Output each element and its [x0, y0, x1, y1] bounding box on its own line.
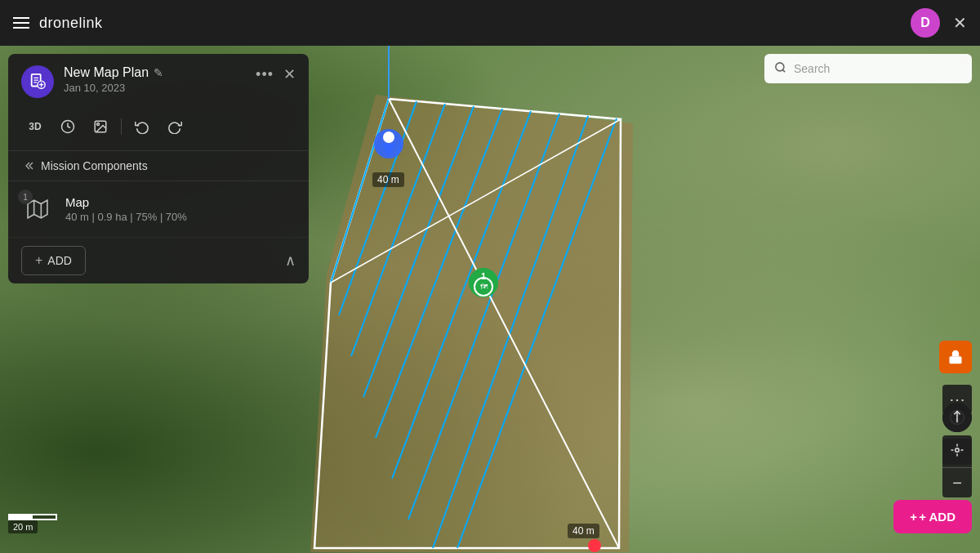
mission-components-label: Mission Components	[41, 159, 148, 172]
add-label: ADD	[47, 254, 72, 267]
toolbar-3d-button[interactable]: 3D	[21, 113, 49, 140]
bottom-add-plus: +	[910, 510, 917, 524]
svg-point-31	[97, 123, 100, 126]
avatar[interactable]: D	[911, 8, 940, 38]
toolbar-undo-button[interactable]	[128, 113, 156, 140]
component-details: 40 m | 0.9 ha | 75% | 70%	[65, 211, 296, 223]
component-name: Map	[65, 195, 296, 209]
location-button[interactable]	[942, 435, 972, 465]
component-number: 1	[18, 190, 33, 204]
panel-close-button[interactable]: ✕	[283, 65, 296, 83]
map-component-row[interactable]: 1 Map 40 m | 0.9 ha | 75% | 70%	[8, 181, 309, 238]
altitude-label-bottom: 40 m	[568, 524, 599, 538]
svg-marker-0	[310, 95, 633, 552]
north-button[interactable]	[942, 403, 972, 432]
expand-icon	[21, 159, 34, 172]
svg-marker-32	[28, 200, 47, 218]
component-info: Map 40 m | 0.9 ha | 75% | 70%	[65, 195, 296, 223]
bottom-add-button[interactable]: + + ADD	[893, 500, 972, 533]
panel-toolbar: 3D	[8, 106, 309, 151]
logo: dronelink	[39, 15, 103, 32]
search-bar	[764, 54, 972, 83]
add-component-button[interactable]: + ADD	[21, 246, 86, 275]
scale-bar: 20 m	[8, 514, 57, 533]
scale-label: 20 m	[8, 520, 38, 533]
search-input-wrapper	[764, 54, 972, 83]
svg-point-15	[383, 132, 394, 143]
zoom-out-button[interactable]: −	[942, 468, 972, 497]
navbar: dronelink D ✕	[0, 0, 980, 46]
left-panel: New Map Plan ✎ Jan 10, 2023 ••• ✕ 3D	[8, 54, 309, 283]
panel-title-area: New Map Plan ✎ Jan 10, 2023	[64, 65, 163, 94]
svg-point-35	[776, 63, 784, 71]
search-icon	[774, 61, 786, 76]
panel-title: New Map Plan	[64, 65, 149, 80]
more-options-button[interactable]: •••	[256, 66, 274, 83]
panel-header-right: ••• ✕	[256, 65, 296, 83]
panel-title-row: New Map Plan ✎	[64, 65, 163, 80]
svg-text:1: 1	[481, 271, 486, 281]
search-input[interactable]	[764, 54, 972, 83]
panel-bottom: + ADD ∧	[8, 238, 309, 283]
map-scale: 20 m	[8, 514, 57, 533]
panel-header-left: New Map Plan ✎ Jan 10, 2023	[21, 65, 163, 98]
panel-header: New Map Plan ✎ Jan 10, 2023 ••• ✕	[8, 54, 309, 106]
toolbar-clock-button[interactable]	[54, 113, 82, 140]
svg-rect-37	[950, 356, 962, 363]
svg-point-41	[956, 448, 960, 453]
bottom-add-label: + ADD	[919, 510, 956, 524]
svg-text:🗺: 🗺	[480, 283, 488, 291]
menu-icon[interactable]	[13, 17, 29, 29]
panel-date: Jan 10, 2023	[64, 82, 163, 94]
panel-document-icon	[21, 65, 54, 98]
collapse-button[interactable]: ∧	[285, 252, 296, 270]
navbar-left: dronelink	[13, 15, 103, 32]
lock-button[interactable]	[939, 341, 972, 373]
toolbar-divider	[121, 118, 122, 135]
component-icon-container: 1	[21, 193, 54, 225]
altitude-label-top: 40 m	[372, 172, 404, 187]
edit-icon[interactable]: ✎	[154, 66, 163, 79]
navbar-right: D ✕	[911, 8, 967, 38]
mission-components-header[interactable]: Mission Components	[8, 151, 309, 181]
toolbar-redo-button[interactable]	[161, 113, 189, 140]
svg-line-36	[782, 69, 785, 72]
svg-point-17	[588, 539, 601, 552]
navbar-close-button[interactable]: ✕	[953, 13, 967, 33]
toolbar-image-button[interactable]	[87, 113, 114, 140]
